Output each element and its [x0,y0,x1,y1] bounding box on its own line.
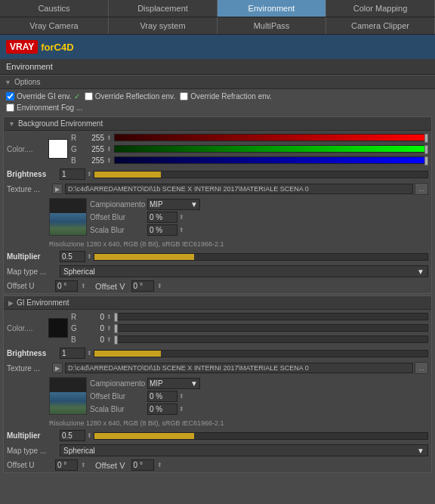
gi-multiplier-slider[interactable] [94,432,428,440]
bg-brightness-label: Brightness [7,170,60,178]
gi-r-thumb[interactable] [114,313,118,322]
env-fog-checkbox-label[interactable]: Environment Fog ... [6,104,82,112]
bg-multiplier-input[interactable] [60,251,85,262]
bg-brightness-input[interactable] [60,169,85,180]
bg-color-swatch[interactable] [48,139,68,159]
bg-scala-blur-label: Scala Blur [90,226,147,234]
tab-camera-clipper[interactable]: Camera Clipper [326,17,435,34]
options-group-header[interactable]: ▼ Options [0,75,435,89]
override-reflection-checkbox[interactable] [85,92,93,100]
bg-brightness-slider[interactable] [94,171,428,178]
gi-g-slider[interactable] [114,324,428,332]
bg-r-value: 255 [80,134,104,142]
options-arrow-icon: ▼ [5,79,11,86]
gi-g-thumb[interactable] [114,324,118,333]
gi-r-arrow-icon: ⬆ [106,314,112,320]
bg-campionamento-row: Campionamento MIP ▼ [90,198,428,210]
gi-brightness-arrow-icon: ⬆ [87,350,92,357]
tab-caustics[interactable]: Caustics [0,0,109,17]
env-fog-checkbox[interactable] [6,104,14,112]
tab-vray-camera[interactable]: Vray Camera [0,17,109,34]
gi-r-slider[interactable] [114,313,428,320]
logo-c4d-text: C4D [54,42,74,53]
gi-campionamento-dropdown[interactable]: MIP ▼ [147,378,200,389]
gi-env-header[interactable]: ▶ GI Environment [4,296,431,310]
gi-texture-detail: Campionamento MIP ▼ Offset Blur ⬆ Scala … [4,376,431,418]
gi-scala-blur-input[interactable] [147,404,177,415]
bg-g-arrow-icon: ⬆ [106,146,112,153]
override-gi-check-icon: ✓ [74,92,80,100]
bg-r-thumb[interactable] [424,134,428,143]
bg-offset-v-arrow-icon: ⬆ [157,283,162,289]
gi-offset-v-input[interactable] [131,459,154,471]
bg-campionamento-value: MIP [150,200,163,209]
gi-b-row: B 0 ⬆ [71,334,428,345]
gi-env-group: ▶ GI Environment Color.... R 0 ⬆ G [3,295,432,473]
gi-scala-blur-row: Scala Blur ⬆ [90,403,428,415]
tab-color-mapping[interactable]: Color Mapping [326,0,435,17]
bg-offset-uv-row: Offset U ⬆ Offset V ⬆ [4,279,431,293]
bg-g-label: G [71,145,80,153]
gi-r-row: R 0 ⬆ [71,311,428,322]
gi-texture-row: Texture ... ▶ D:\c4d\ARREDAMENTO\DI\1b S… [4,360,431,376]
bg-texture-browse-btn[interactable]: ... [415,183,428,195]
tab-vray-system[interactable]: Vray system [109,17,218,34]
options-row: Override GI env. ✓ Override Reflection e… [0,89,435,104]
bg-b-slider[interactable] [114,156,428,164]
bg-offset-v-input[interactable] [131,280,154,292]
gi-offset-uv-row: Offset U ⬆ Offset V ⬆ [4,458,431,472]
bg-b-row: B 255 ⬆ [71,155,428,165]
gi-map-type-label: Map type ... [7,447,60,455]
gi-brightness-slider[interactable] [94,350,428,357]
bg-texture-row: Texture ... ▶ D:\c4d\ARREDAMENTO\DI\1b S… [4,181,431,196]
gi-b-thumb[interactable] [114,335,118,345]
gi-texture-browse-btn[interactable]: ... [415,362,428,374]
tab-bar-second: Vray Camera Vray system MultiPass Camera… [0,17,435,35]
bg-r-slider[interactable] [114,134,428,141]
gi-offset-u-input[interactable] [55,459,78,471]
override-refraction-checkbox-label[interactable]: Override Refraction env. [180,92,272,100]
bg-multiplier-label: Multiplier [7,252,60,261]
bg-b-thumb[interactable] [424,156,428,165]
bg-offset-u-input[interactable] [55,280,78,292]
gi-offset-blur-arrow-icon: ⬆ [179,393,184,400]
gi-b-slider[interactable] [114,335,428,343]
bg-multiplier-slider[interactable] [94,253,428,261]
tab-multipass[interactable]: MultiPass [218,17,326,34]
override-reflection-checkbox-label[interactable]: Override Reflection env. [85,92,176,100]
gi-brightness-row: Brightness ⬆ [4,346,431,360]
bg-campionamento-dropdown[interactable]: MIP ▼ [147,199,200,210]
bg-multiplier-arrow-icon: ⬆ [87,253,92,260]
gi-multiplier-input[interactable] [60,430,85,441]
tab-displacement[interactable]: Displacement [109,0,218,17]
override-gi-checkbox[interactable] [6,92,14,100]
override-reflection-label: Override Reflection env. [95,92,176,100]
bg-map-type-dropdown[interactable]: Spherical ▼ [60,265,428,277]
bg-texture-play-btn[interactable]: ▶ [52,184,63,194]
bg-scala-blur-input[interactable] [147,224,177,236]
bg-offset-blur-input[interactable] [147,212,177,223]
bg-scala-blur-row: Scala Blur ⬆ [90,224,428,236]
override-refraction-label: Override Refraction env. [190,92,272,100]
gi-texture-play-btn[interactable]: ▶ [52,363,63,373]
logo: VRAY forC4D [6,40,74,54]
gi-texture-thumb [49,377,87,415]
bg-color-label: Color.... [7,145,48,153]
bg-g-thumb[interactable] [424,145,428,154]
gi-texture-path: D:\c4d\ARREDAMENTO\DI\1b SCENE X INTERNI… [65,363,413,373]
bg-map-type-row: Map type ... Spherical ▼ [4,264,431,279]
gi-map-type-dropdown[interactable]: Spherical ▼ [60,444,428,456]
override-refraction-checkbox[interactable] [180,92,188,100]
gi-r-label: R [71,313,80,321]
gi-color-swatch[interactable] [48,318,68,338]
gi-brightness-input[interactable] [60,348,85,359]
gi-offset-blur-input[interactable] [147,391,177,402]
bg-g-slider[interactable] [114,145,428,153]
override-gi-checkbox-label[interactable]: Override GI env. ✓ [6,92,80,100]
gi-offset-u-label: Offset U [7,461,52,469]
bg-brightness-arrow-icon: ⬆ [87,171,92,178]
tab-environment[interactable]: Environment [218,0,326,17]
bg-env-header[interactable]: ▼ Background Environment [4,117,431,131]
bg-g-fill [115,146,427,152]
gi-campionamento-chevron-icon: ▼ [190,379,198,388]
